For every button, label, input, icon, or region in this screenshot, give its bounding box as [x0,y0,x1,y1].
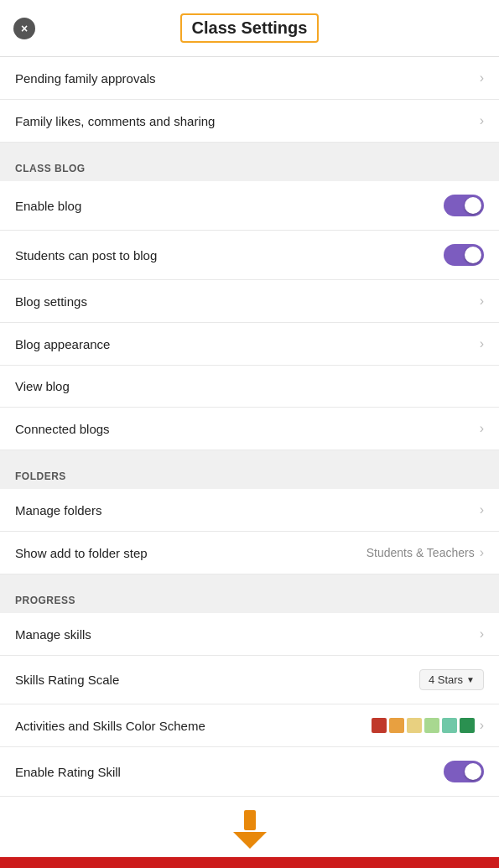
chevron-icon: › [480,502,484,517]
reset-button[interactable]: Reset Class QR Code and Family Invite Co… [0,857,499,868]
manage-folders-chevron: › [480,502,484,517]
section-header-progress: PROGRESS [0,588,499,613]
students-post-label: Students can post to blog [15,248,157,262]
row-skills-rating[interactable]: Skills Rating Scale 4 Stars ▼ [0,656,499,704]
row-pending-family[interactable]: Pending family approvals › [0,57,499,100]
page-title: Class Settings [180,13,320,43]
pending-family-chevron: › [480,70,484,86]
row-enable-blog[interactable]: Enable blog [0,181,499,231]
blog-settings-label: Blog settings [15,294,87,309]
row-manage-skills[interactable]: Manage skills › [0,613,499,656]
show-add-folder-value: Students & Teachers › [366,545,484,560]
view-blog-label: View blog [15,379,70,393]
connected-blogs-label: Connected blogs [15,422,110,436]
row-view-blog[interactable]: View blog [0,366,499,408]
swatch-light-green [424,718,439,733]
show-add-folder-label: Show add to folder step [15,546,148,560]
row-connected-blogs[interactable]: Connected blogs › [0,408,499,450]
chevron-icon: › [480,718,484,733]
modal-container: × Class Settings Pending family approval… [0,0,499,868]
row-activities-color[interactable]: Activities and Skills Color Scheme › [0,704,499,747]
row-manage-folders[interactable]: Manage folders › [0,489,499,532]
down-arrow-icon [229,808,271,850]
blog-appearance-chevron: › [480,336,484,351]
chevron-icon: › [480,545,484,560]
swatch-red [372,718,387,733]
row-students-post[interactable]: Students can post to blog [0,231,499,280]
scroll-area[interactable]: Pending family approvals › Family likes,… [0,57,499,857]
family-likes-chevron: › [480,113,484,128]
swatch-green [460,718,475,733]
close-button[interactable]: × [13,18,35,39]
manage-skills-label: Manage skills [15,627,91,642]
pending-family-label: Pending family approvals [15,71,156,86]
skills-rating-label: Skills Rating Scale [15,673,119,687]
toggle-thumb [465,197,481,214]
students-post-toggle[interactable] [444,244,484,266]
chevron-icon: › [480,336,484,351]
chevron-icon: › [480,421,484,436]
swatch-orange [389,718,404,733]
row-enable-rating[interactable]: Enable Rating Skill [0,747,499,797]
divider-folders [0,450,499,464]
enable-rating-toggle[interactable] [444,761,484,782]
family-likes-label: Family likes, comments and sharing [15,114,215,128]
divider-progress [0,574,499,588]
toggle-thumb [465,763,481,780]
svg-rect-0 [244,810,256,830]
swatch-yellow [407,718,422,733]
blog-settings-chevron: › [480,294,484,309]
enable-blog-label: Enable blog [15,199,81,213]
chevron-icon: › [480,626,484,642]
row-family-likes[interactable]: Family likes, comments and sharing › [0,100,499,143]
activities-color-label: Activities and Skills Color Scheme [15,719,205,733]
activities-color-right: › [372,718,484,733]
color-swatches [372,718,475,733]
enable-blog-toggle[interactable] [444,195,484,216]
row-blog-settings[interactable]: Blog settings › [0,280,499,323]
section-header-blog: CLASS BLOG [0,156,499,181]
chevron-icon: › [480,70,484,86]
connected-blogs-chevron: › [480,421,484,436]
row-show-add-folder[interactable]: Show add to folder step Students & Teach… [0,532,499,574]
section-header-folders: FOLDERS [0,464,499,489]
folder-value-text: Students & Teachers [366,546,475,559]
divider-blog [0,143,499,156]
arrow-container [0,797,499,857]
chevron-icon: › [480,294,484,309]
manage-folders-label: Manage folders [15,503,101,517]
manage-skills-chevron: › [480,626,484,642]
skills-rating-badge[interactable]: 4 Stars ▼ [419,669,484,690]
swatch-teal [442,718,457,733]
bottom-buttons: Reset Class QR Code and Family Invite Co… [0,857,499,868]
row-blog-appearance[interactable]: Blog appearance › [0,323,499,366]
modal-header: × Class Settings [0,0,499,57]
skills-rating-value: 4 Stars [429,673,463,686]
svg-marker-1 [233,832,267,849]
blog-appearance-label: Blog appearance [15,337,110,351]
chevron-icon: › [480,113,484,128]
enable-rating-label: Enable Rating Skill [15,765,121,779]
toggle-thumb [465,247,481,263]
dropdown-arrow-icon: ▼ [466,675,475,684]
